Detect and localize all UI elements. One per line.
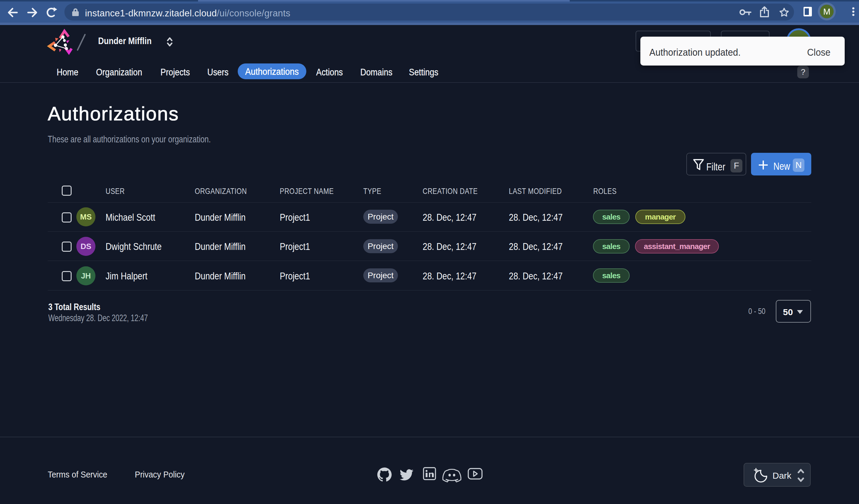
- svg-text:M: M: [823, 7, 830, 16]
